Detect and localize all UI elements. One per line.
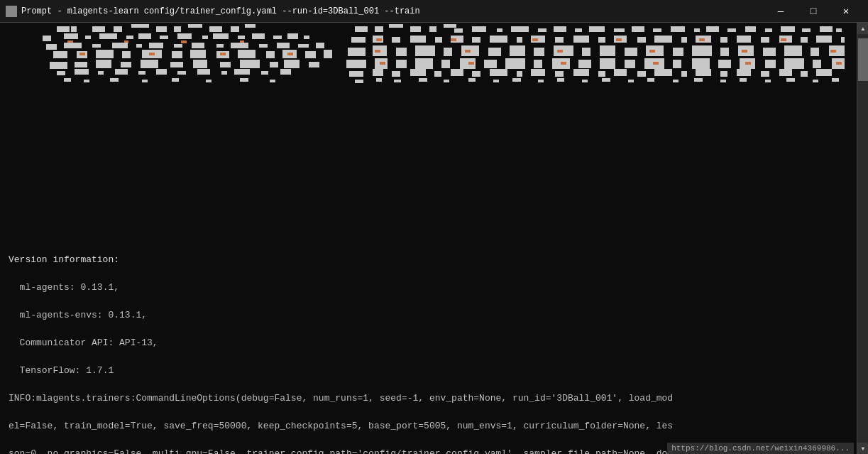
app-icon: ▣ [6, 6, 17, 17]
scrollbar[interactable]: ▲ ▼ [857, 23, 868, 454]
tensorflow-version: TensorFlow: 1.7.1 [9, 365, 114, 376]
communicator-api: Communicator API: API-13, [9, 337, 158, 348]
title-bar: ▣ Prompt - mlagents-learn config/trainer… [0, 0, 868, 23]
close-button[interactable]: ✕ [830, 0, 862, 23]
ml-agents-envs-version: ml-agents-envs: 0.13.1, [9, 310, 147, 320]
window-title: Prompt - mlagents-learn config/trainer_c… [21, 6, 764, 16]
scrollbar-up-button[interactable]: ▲ [857, 23, 868, 34]
url-bar: https://blog.csdn.net/weixin4369986... [667, 443, 854, 454]
terminal-window: Version information: ml-agents: 0.13.1, … [0, 23, 868, 454]
version-header: Version information: [9, 254, 119, 265]
maximize-button[interactable]: □ [797, 0, 830, 23]
ascii-art-logo [0, 23, 845, 236]
ml-agents-version: ml-agents: 0.13.1, [9, 282, 119, 293]
info-commandline-3: son=0, no_graphics=False, multi_gpu=Fals… [9, 448, 673, 455]
scrollbar-thumb[interactable] [858, 38, 868, 81]
scrollbar-down-button[interactable]: ▼ [857, 443, 868, 454]
info-commandline-1: INFO:mlagents.trainers:CommandLineOption… [9, 393, 673, 404]
terminal-output: Version information: ml-agents: 0.13.1, … [0, 236, 868, 454]
info-commandline-2: el=False, train_model=True, save_freq=50… [9, 421, 673, 431]
window-controls: — □ ✕ [764, 0, 862, 23]
minimize-button[interactable]: — [764, 0, 797, 23]
